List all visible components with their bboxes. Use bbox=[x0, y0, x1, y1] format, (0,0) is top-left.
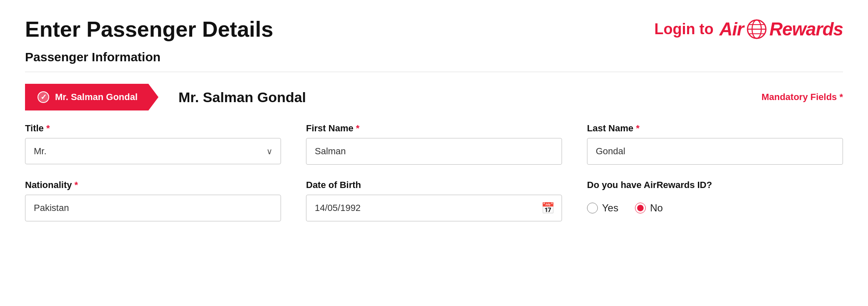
last-name-input[interactable] bbox=[587, 138, 843, 165]
dob-label: Date of Birth bbox=[306, 180, 562, 191]
nationality-input[interactable] bbox=[25, 195, 281, 221]
brand-rewards: Rewards bbox=[770, 19, 843, 40]
page-title: Enter Passenger Details bbox=[25, 17, 273, 42]
dob-input-wrapper: 📅 bbox=[306, 195, 562, 221]
section-title: Passenger Information bbox=[25, 50, 843, 64]
mandatory-note: Mandatory Fields * bbox=[761, 92, 843, 103]
nationality-required: * bbox=[75, 180, 78, 190]
passenger-tab[interactable]: ✓ Mr. Salman Gondal bbox=[25, 84, 158, 110]
first-name-label: First Name * bbox=[306, 123, 562, 134]
radio-yes-option[interactable]: Yes bbox=[587, 202, 618, 214]
brand-air: Air bbox=[719, 19, 743, 40]
radio-yes-input[interactable] bbox=[587, 203, 598, 213]
passenger-tab-label: Mr. Salman Gondal bbox=[55, 92, 138, 103]
login-prefix: Login to bbox=[655, 20, 714, 38]
air-rewards-logo[interactable]: Air Rewards bbox=[719, 19, 843, 40]
first-name-input[interactable] bbox=[306, 138, 562, 165]
radio-no-label: No bbox=[650, 202, 663, 214]
passenger-form: Title * Mr. Mrs. Ms. Dr. First Name * La… bbox=[25, 123, 843, 221]
first-name-required: * bbox=[356, 123, 360, 133]
radio-yes-label: Yes bbox=[602, 202, 618, 214]
check-circle-icon: ✓ bbox=[38, 91, 49, 103]
last-name-group: Last Name * bbox=[587, 123, 843, 165]
nationality-group: Nationality * bbox=[25, 180, 281, 221]
first-name-group: First Name * bbox=[306, 123, 562, 165]
title-label: Title * bbox=[25, 123, 281, 134]
login-area: Login to Air Rewards bbox=[655, 19, 843, 40]
title-select[interactable]: Mr. Mrs. Ms. Dr. bbox=[25, 138, 281, 164]
last-name-required: * bbox=[636, 123, 640, 133]
title-required: * bbox=[46, 123, 50, 133]
passenger-header-row: ✓ Mr. Salman Gondal Mr. Salman Gondal Ma… bbox=[25, 84, 843, 110]
radio-no-input[interactable] bbox=[635, 203, 646, 213]
airrewards-radio-group: Yes No bbox=[587, 195, 843, 218]
title-group: Title * Mr. Mrs. Ms. Dr. bbox=[25, 123, 281, 165]
page-header: Enter Passenger Details Login to Air Rew… bbox=[25, 17, 843, 42]
mandatory-star: * bbox=[839, 92, 843, 102]
airrewards-group: Do you have AirRewards ID? Yes No bbox=[587, 180, 843, 221]
radio-no-option[interactable]: No bbox=[635, 202, 663, 214]
nationality-label: Nationality * bbox=[25, 180, 281, 191]
dob-input[interactable] bbox=[306, 195, 562, 221]
dob-group: Date of Birth 📅 bbox=[306, 180, 562, 221]
airrewards-label: Do you have AirRewards ID? bbox=[587, 180, 843, 191]
section-divider bbox=[25, 72, 843, 72]
globe-icon bbox=[746, 19, 767, 40]
title-select-wrapper: Mr. Mrs. Ms. Dr. bbox=[25, 138, 281, 164]
last-name-label: Last Name * bbox=[587, 123, 843, 134]
passenger-name-heading: Mr. Salman Gondal bbox=[178, 89, 306, 105]
